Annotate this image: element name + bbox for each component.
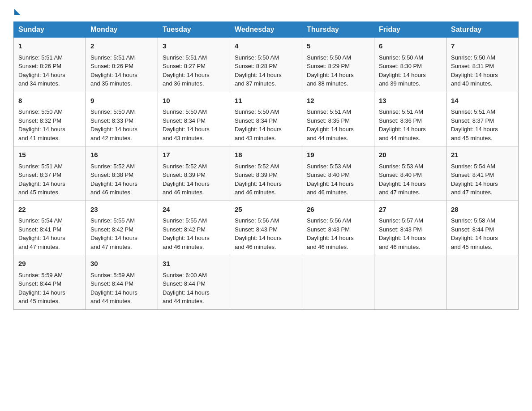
calendar-cell: 4 Sunrise: 5:50 AMSunset: 8:28 PMDayligh… (230, 38, 302, 92)
calendar-cell (230, 255, 302, 310)
calendar-cell: 1 Sunrise: 5:51 AMSunset: 8:26 PMDayligh… (14, 38, 86, 92)
calendar-cell: 2 Sunrise: 5:51 AMSunset: 8:26 PMDayligh… (86, 38, 158, 92)
calendar-week-row: 22 Sunrise: 5:54 AMSunset: 8:41 PMDaylig… (14, 201, 519, 255)
day-number: 12 (307, 96, 369, 106)
calendar-week-row: 15 Sunrise: 5:51 AMSunset: 8:37 PMDaylig… (14, 146, 519, 201)
calendar-cell: 11 Sunrise: 5:50 AMSunset: 8:34 PMDaylig… (230, 92, 302, 146)
calendar-week-row: 1 Sunrise: 5:51 AMSunset: 8:26 PMDayligh… (14, 38, 519, 92)
calendar-week-row: 29 Sunrise: 5:59 AMSunset: 8:44 PMDaylig… (14, 255, 519, 310)
day-number: 21 (451, 150, 514, 160)
weekday-header-row: SundayMondayTuesdayWednesdayThursdayFrid… (14, 22, 519, 38)
day-number: 14 (451, 96, 514, 106)
day-info: Sunrise: 5:54 AMSunset: 8:41 PMDaylight:… (451, 163, 498, 196)
calendar-cell: 21 Sunrise: 5:54 AMSunset: 8:41 PMDaylig… (446, 146, 519, 201)
calendar-cell (302, 255, 374, 310)
day-info: Sunrise: 5:50 AMSunset: 8:33 PMDaylight:… (90, 108, 137, 141)
day-info: Sunrise: 5:51 AMSunset: 8:36 PMDaylight:… (379, 108, 426, 141)
day-number: 31 (163, 259, 225, 269)
calendar-cell: 26 Sunrise: 5:56 AMSunset: 8:43 PMDaylig… (302, 201, 374, 255)
day-info: Sunrise: 5:50 AMSunset: 8:31 PMDaylight:… (451, 54, 498, 87)
weekday-header-sunday: Sunday (14, 22, 86, 38)
day-number: 17 (163, 150, 225, 160)
calendar-cell: 7 Sunrise: 5:50 AMSunset: 8:31 PMDayligh… (446, 38, 519, 92)
day-number: 5 (307, 41, 369, 51)
day-info: Sunrise: 5:51 AMSunset: 8:27 PMDaylight:… (163, 54, 210, 87)
day-info: Sunrise: 5:51 AMSunset: 8:37 PMDaylight:… (18, 163, 65, 196)
calendar-cell: 23 Sunrise: 5:55 AMSunset: 8:42 PMDaylig… (86, 201, 158, 255)
logo-triangle-icon (14, 9, 21, 15)
day-info: Sunrise: 5:51 AMSunset: 8:26 PMDaylight:… (18, 54, 65, 87)
day-info: Sunrise: 5:54 AMSunset: 8:41 PMDaylight:… (18, 217, 65, 250)
day-info: Sunrise: 5:55 AMSunset: 8:42 PMDaylight:… (90, 217, 137, 250)
header (13, 9, 519, 13)
logo (13, 9, 21, 13)
calendar-cell: 17 Sunrise: 5:52 AMSunset: 8:39 PMDaylig… (158, 146, 230, 201)
calendar-cell (374, 255, 446, 310)
day-info: Sunrise: 5:50 AMSunset: 8:30 PMDaylight:… (379, 54, 426, 87)
calendar-cell: 3 Sunrise: 5:51 AMSunset: 8:27 PMDayligh… (158, 38, 230, 92)
weekday-header-tuesday: Tuesday (158, 22, 230, 38)
day-number: 3 (163, 41, 225, 51)
day-info: Sunrise: 5:59 AMSunset: 8:44 PMDaylight:… (18, 272, 65, 305)
day-number: 26 (307, 205, 369, 215)
calendar-cell: 18 Sunrise: 5:52 AMSunset: 8:39 PMDaylig… (230, 146, 302, 201)
calendar-cell: 28 Sunrise: 5:58 AMSunset: 8:44 PMDaylig… (446, 201, 519, 255)
calendar-week-row: 8 Sunrise: 5:50 AMSunset: 8:32 PMDayligh… (14, 92, 519, 146)
day-info: Sunrise: 5:59 AMSunset: 8:44 PMDaylight:… (90, 272, 137, 305)
calendar-cell: 10 Sunrise: 5:50 AMSunset: 8:34 PMDaylig… (158, 92, 230, 146)
day-info: Sunrise: 5:53 AMSunset: 8:40 PMDaylight:… (379, 163, 426, 196)
calendar-cell: 5 Sunrise: 5:50 AMSunset: 8:29 PMDayligh… (302, 38, 374, 92)
calendar-cell: 14 Sunrise: 5:51 AMSunset: 8:37 PMDaylig… (446, 92, 519, 146)
day-info: Sunrise: 5:52 AMSunset: 8:39 PMDaylight:… (163, 163, 210, 196)
calendar-cell: 22 Sunrise: 5:54 AMSunset: 8:41 PMDaylig… (14, 201, 86, 255)
weekday-header-saturday: Saturday (446, 22, 519, 38)
calendar-cell: 8 Sunrise: 5:50 AMSunset: 8:32 PMDayligh… (14, 92, 86, 146)
day-info: Sunrise: 5:55 AMSunset: 8:42 PMDaylight:… (163, 217, 210, 250)
day-number: 10 (163, 96, 225, 106)
day-info: Sunrise: 5:50 AMSunset: 8:32 PMDaylight:… (18, 108, 65, 141)
weekday-header-wednesday: Wednesday (230, 22, 302, 38)
day-number: 27 (379, 205, 442, 215)
day-number: 15 (18, 150, 81, 160)
weekday-header-friday: Friday (374, 22, 446, 38)
day-number: 23 (90, 205, 153, 215)
day-number: 2 (90, 41, 153, 51)
day-info: Sunrise: 5:56 AMSunset: 8:43 PMDaylight:… (235, 217, 282, 250)
calendar-cell: 12 Sunrise: 5:51 AMSunset: 8:35 PMDaylig… (302, 92, 374, 146)
day-info: Sunrise: 5:52 AMSunset: 8:39 PMDaylight:… (235, 163, 282, 196)
day-number: 11 (235, 96, 297, 106)
day-number: 16 (90, 150, 153, 160)
day-number: 29 (18, 259, 81, 269)
calendar-cell: 25 Sunrise: 5:56 AMSunset: 8:43 PMDaylig… (230, 201, 302, 255)
day-number: 19 (307, 150, 369, 160)
day-number: 13 (379, 96, 442, 106)
day-number: 9 (90, 96, 153, 106)
calendar-cell: 15 Sunrise: 5:51 AMSunset: 8:37 PMDaylig… (14, 146, 86, 201)
day-info: Sunrise: 5:58 AMSunset: 8:44 PMDaylight:… (451, 217, 498, 250)
day-info: Sunrise: 5:51 AMSunset: 8:35 PMDaylight:… (307, 108, 354, 141)
calendar-cell: 31 Sunrise: 6:00 AMSunset: 8:44 PMDaylig… (158, 255, 230, 310)
calendar-cell: 13 Sunrise: 5:51 AMSunset: 8:36 PMDaylig… (374, 92, 446, 146)
calendar-cell: 19 Sunrise: 5:53 AMSunset: 8:40 PMDaylig… (302, 146, 374, 201)
day-info: Sunrise: 5:51 AMSunset: 8:26 PMDaylight:… (90, 54, 137, 87)
day-number: 25 (235, 205, 297, 215)
day-info: Sunrise: 5:50 AMSunset: 8:34 PMDaylight:… (235, 108, 282, 141)
calendar-cell: 29 Sunrise: 5:59 AMSunset: 8:44 PMDaylig… (14, 255, 86, 310)
day-number: 6 (379, 41, 442, 51)
day-info: Sunrise: 6:00 AMSunset: 8:44 PMDaylight:… (163, 272, 210, 305)
day-info: Sunrise: 5:50 AMSunset: 8:29 PMDaylight:… (307, 54, 354, 87)
day-info: Sunrise: 5:52 AMSunset: 8:38 PMDaylight:… (90, 163, 137, 196)
day-number: 7 (451, 41, 514, 51)
weekday-header-monday: Monday (86, 22, 158, 38)
calendar-cell: 6 Sunrise: 5:50 AMSunset: 8:30 PMDayligh… (374, 38, 446, 92)
day-info: Sunrise: 5:56 AMSunset: 8:43 PMDaylight:… (307, 217, 354, 250)
day-number: 22 (18, 205, 81, 215)
day-number: 4 (235, 41, 297, 51)
calendar-cell: 24 Sunrise: 5:55 AMSunset: 8:42 PMDaylig… (158, 201, 230, 255)
day-number: 1 (18, 41, 81, 51)
day-number: 28 (451, 205, 514, 215)
day-number: 24 (163, 205, 225, 215)
weekday-header-thursday: Thursday (302, 22, 374, 38)
day-number: 18 (235, 150, 297, 160)
calendar-cell: 9 Sunrise: 5:50 AMSunset: 8:33 PMDayligh… (86, 92, 158, 146)
